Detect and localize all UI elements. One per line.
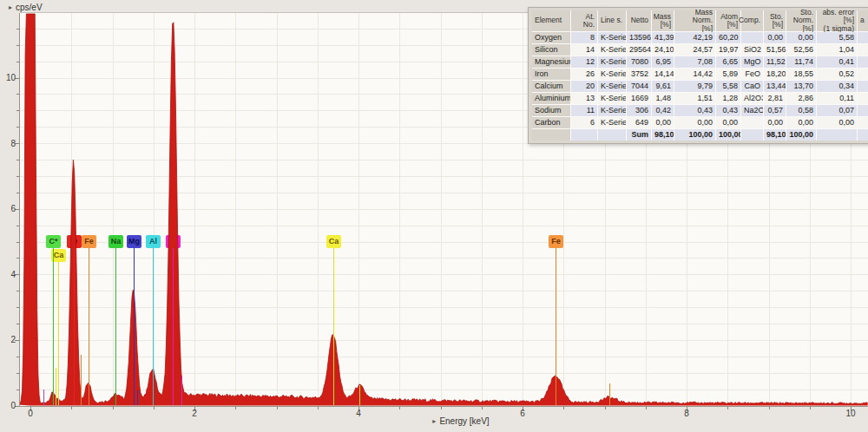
- table-cell: 13: [571, 93, 597, 104]
- table-header-cell: abs. error [%] (1 sigma): [817, 10, 857, 31]
- table-cell: 52,56: [786, 44, 816, 56]
- table-cell: 7,08: [674, 56, 715, 68]
- table-cell: [741, 32, 763, 43]
- table-header-cell: Mass Norm. [%]: [674, 10, 715, 31]
- x-tick-label: 8: [676, 409, 697, 418]
- element-marker-line: [333, 248, 334, 405]
- table-cell: 5,58: [716, 81, 740, 92]
- table-header-cell: Line s.: [598, 10, 626, 31]
- element-marker-line: [89, 248, 89, 405]
- table-row-element-cell: Magnesium: [532, 56, 570, 68]
- y-axis-title-label: cps/eV: [16, 3, 43, 12]
- element-marker-line: [74, 248, 75, 405]
- table-cell: 42,19: [674, 32, 715, 43]
- y-tick-label: 6: [0, 204, 16, 213]
- x-axis-tick: [154, 407, 155, 409]
- table-cell: 0,07: [817, 105, 857, 116]
- table-cell: 2,81: [764, 93, 786, 104]
- table-row-element-cell: Carbon: [532, 117, 570, 128]
- table-cell: K-Serie: [598, 44, 626, 56]
- table-cell: 2,86: [786, 93, 816, 104]
- table-cell: 41,39: [652, 32, 674, 43]
- eds-spectrum-window: ▸cps/eV ▸Energy [keV] ElementAt. No.Line…: [0, 0, 868, 432]
- y-axis-line: [19, 13, 20, 407]
- table-row-element-cell: Silicon: [532, 44, 570, 56]
- table-cell: 14,14: [652, 69, 674, 80]
- table-cell: CaO: [741, 81, 763, 92]
- table-row-element-cell: Sodium: [532, 105, 570, 116]
- x-axis-tick: [277, 407, 278, 409]
- table-cell: 0,00: [817, 117, 857, 128]
- table-cell: 18,20: [764, 69, 786, 80]
- table-sum-cell: [532, 129, 570, 141]
- x-axis-tick: [235, 407, 236, 409]
- element-sub-line: [81, 355, 82, 406]
- y-axis-tick: [16, 45, 19, 46]
- table-cell: 9,79: [674, 81, 715, 92]
- table-cell: 26: [571, 69, 597, 80]
- table-row-element-cell: Iron: [532, 69, 570, 80]
- table-cell: 9,61: [652, 81, 674, 92]
- table-cell: 5,58: [817, 32, 857, 43]
- y-axis-tick: [16, 389, 19, 390]
- table-cell: K-Serie: [598, 32, 626, 43]
- table-cell: [858, 44, 868, 56]
- table-cell: 1669: [627, 93, 651, 104]
- element-sub-line: [56, 368, 56, 405]
- table-cell: 0,58: [786, 105, 816, 116]
- table-row-element-cell: Oxygen: [532, 32, 570, 43]
- y-axis-tick: [16, 62, 19, 62]
- table-cell: 1,04: [817, 44, 857, 56]
- table-cell: [858, 32, 868, 43]
- x-axis-tick: [318, 407, 319, 409]
- table-cell: 1,51: [674, 93, 715, 104]
- y-axis-tick: [16, 110, 19, 111]
- table-cell: 13,70: [786, 81, 816, 92]
- y-tick-label: 10: [0, 73, 16, 82]
- table-cell: 11,74: [786, 56, 816, 68]
- table-cell: Al2O3: [741, 93, 763, 104]
- table-header-cell: Comp.: [741, 10, 763, 31]
- y-tick-label: 0: [0, 401, 16, 410]
- table-cell: 306: [627, 105, 651, 116]
- axis-expand-arrow-icon: ▸: [432, 417, 436, 425]
- table-header-cell: At. No.: [571, 10, 597, 31]
- table-cell: 60,20: [716, 32, 740, 43]
- element-marker-line: [134, 248, 135, 405]
- x-axis-tick: [441, 407, 442, 409]
- table-cell: 0,57: [764, 105, 786, 116]
- x-axis-tick: [769, 407, 770, 409]
- table-cell: K-Serie: [598, 93, 626, 104]
- table-cell: K-Serie: [598, 117, 626, 128]
- table-cell: 0,52: [817, 69, 857, 80]
- table-cell: 5,89: [716, 69, 740, 80]
- table-cell: 14,42: [674, 69, 715, 80]
- table-cell: 51,56: [764, 44, 786, 56]
- table-sum-cell: 100,00: [786, 129, 816, 141]
- table-cell: 0,11: [817, 93, 857, 104]
- table-sum-cell: [817, 129, 857, 141]
- element-sub-line: [43, 389, 44, 406]
- table-cell: FeO: [741, 69, 763, 80]
- table-cell: 6,95: [652, 56, 674, 68]
- table-row-element-cell: Aluminium: [532, 93, 570, 104]
- x-tick-label: 4: [348, 409, 369, 418]
- table-cell: 12: [571, 56, 597, 68]
- table-cell: 0,00: [764, 117, 786, 128]
- table-cell: 0,00: [674, 117, 715, 128]
- element-marker-line: [556, 248, 556, 405]
- table-cell: K-Serie: [598, 56, 626, 68]
- y-tick-label: 8: [0, 139, 16, 148]
- y-axis-tick: [16, 127, 19, 128]
- table-sum-cell: [741, 129, 763, 141]
- table-cell: 0,00: [764, 32, 786, 43]
- x-tick-label: 6: [512, 409, 533, 418]
- table-cell: 0,00: [716, 117, 740, 128]
- element-marker-line: [153, 248, 154, 405]
- table-cell: Na2O: [741, 105, 763, 116]
- table-cell: 649: [627, 117, 651, 128]
- x-axis-tick: [563, 407, 564, 409]
- y-axis-title: ▸cps/eV: [9, 3, 43, 12]
- table-cell: 13596: [627, 32, 651, 43]
- table-cell: 0,34: [817, 81, 857, 92]
